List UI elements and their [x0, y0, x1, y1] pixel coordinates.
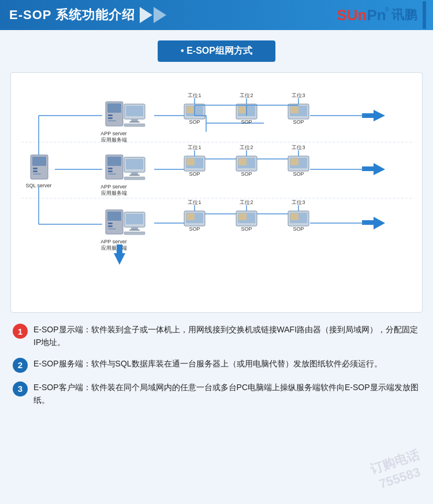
svg-rect-89	[108, 225, 113, 227]
watermark: 订购电话 755583	[368, 447, 426, 494]
svg-rect-88	[108, 223, 113, 224]
svg-text:APP server: APP server	[100, 239, 126, 244]
svg-rect-114	[238, 213, 247, 220]
app-server-row2: APP server 应用服务端	[100, 155, 145, 196]
page-header: E-SOP 系统功能介绍 SUnPn ® 讯鹏	[0, 0, 433, 30]
app-server-row1-label2: 应用服务端	[101, 137, 127, 143]
svg-rect-43	[33, 168, 38, 169]
svg-rect-90	[108, 228, 116, 229]
sql-server: SQL server	[25, 155, 51, 188]
info-item-3: 3 E-SOP客户端：软件装在同个局域网内的任意一台或多台PC电脑端上操纵服务端…	[13, 381, 420, 407]
logo-p: P	[367, 6, 376, 24]
ws2-row2: 工位2 SOP	[236, 144, 257, 177]
arrow-right-row3	[374, 217, 385, 229]
svg-rect-80	[290, 158, 298, 165]
info-item-1: 1 E-SOP显示端：软件装到盒子或一体机上，用网线接到交换机或链接WAFI路由…	[13, 323, 420, 349]
svg-rect-51	[108, 173, 116, 175]
svg-text:工位3: 工位3	[292, 144, 305, 150]
svg-rect-44	[33, 171, 38, 172]
svg-rect-93	[131, 227, 138, 229]
info-section: 1 E-SOP显示端：软件装到盒子或一体机上，用网线接到交换机或链接WAFI路由…	[10, 323, 423, 407]
app-server-row3: APP server 应用服务端	[100, 210, 145, 251]
section-title-box: E-SOP组网方式	[158, 40, 275, 62]
svg-text:APP server: APP server	[100, 184, 126, 190]
network-svg: APP server 应用服务端 工位1 SOP	[16, 80, 420, 305]
svg-rect-45	[33, 173, 41, 175]
logo-n: n	[358, 6, 367, 24]
svg-text:SOP: SOP	[241, 171, 252, 177]
svg-rect-30	[290, 106, 298, 113]
svg-rect-56	[124, 177, 145, 180]
arrow-right-row1	[374, 110, 385, 121]
info-num-1: 1	[13, 324, 28, 339]
app-server-row1: APP server 应用服务端	[100, 102, 145, 143]
svg-text:SOP: SOP	[241, 119, 252, 125]
logo-bar-divider	[423, 1, 426, 29]
logo-xunpeng: 讯鹏	[391, 6, 417, 24]
svg-text:工位1: 工位1	[188, 92, 201, 98]
svg-rect-108	[186, 213, 195, 220]
svg-text:工位2: 工位2	[240, 199, 253, 205]
svg-rect-4	[108, 120, 116, 121]
svg-rect-54	[131, 172, 138, 175]
svg-rect-3	[108, 117, 113, 119]
svg-text:工位1: 工位1	[188, 199, 201, 205]
svg-rect-82	[362, 166, 375, 171]
info-item-2: 2 E-SOP服务端：软件与SQL数据库装在通一台服务器上（或用电脑代替）发放图…	[13, 357, 420, 373]
svg-rect-98	[117, 244, 122, 255]
svg-rect-18	[186, 106, 195, 113]
svg-text:工位2: 工位2	[240, 144, 253, 150]
svg-rect-6	[126, 106, 143, 116]
svg-rect-8	[129, 121, 140, 123]
svg-rect-48	[107, 157, 121, 166]
svg-rect-94	[129, 229, 140, 231]
ws3-row2: 工位3 SOP	[288, 144, 309, 177]
logo-s: S	[337, 6, 346, 24]
svg-rect-53	[126, 159, 143, 169]
ws1-row3: 工位1 SOP	[184, 199, 205, 232]
network-diagram: APP server 应用服务端 工位1 SOP	[10, 72, 423, 313]
info-text-3: E-SOP客户端：软件装在同个局域网内的任意一台或多台PC电脑端上操纵服务端软件…	[33, 381, 420, 407]
ws3-row3: 工位3 SOP	[288, 199, 309, 232]
ws2-row3: 工位2 SOP	[236, 199, 257, 232]
svg-rect-74	[238, 158, 247, 165]
svg-rect-38	[362, 113, 375, 118]
svg-rect-122	[362, 220, 375, 225]
chevron-right-icon-2	[154, 7, 166, 23]
svg-text:SOP: SOP	[189, 119, 200, 125]
svg-text:SOP: SOP	[293, 171, 304, 177]
svg-rect-55	[129, 175, 140, 176]
svg-text:SOP: SOP	[241, 226, 252, 232]
svg-rect-24	[238, 106, 247, 113]
brand-logo: SUnPn ®	[337, 6, 389, 24]
info-text-1: E-SOP显示端：软件装到盒子或一体机上，用网线接到交换机或链接WAFI路由器（…	[33, 323, 420, 349]
chevron-right-icon	[140, 7, 152, 23]
svg-rect-2	[108, 114, 113, 116]
svg-rect-1	[107, 103, 121, 113]
svg-text:SOP: SOP	[293, 119, 304, 125]
svg-text:工位3: 工位3	[292, 199, 305, 205]
svg-rect-87	[107, 212, 121, 221]
svg-text:应用服务端: 应用服务端	[101, 245, 127, 251]
svg-rect-92	[126, 214, 143, 224]
svg-rect-68	[186, 158, 195, 165]
app-server-row1-label1: APP server	[100, 131, 126, 136]
svg-rect-50	[108, 171, 113, 172]
svg-rect-120	[290, 213, 298, 220]
svg-text:工位1: 工位1	[188, 144, 201, 150]
logo-area: SUnPn ® 讯鹏	[337, 1, 426, 29]
ws1-row2: 工位1 SOP	[184, 144, 205, 177]
ws3-row1: 工位3 SOP	[288, 92, 309, 125]
svg-text:应用服务端: 应用服务端	[101, 190, 127, 196]
svg-rect-7	[131, 119, 138, 121]
svg-rect-9	[124, 124, 145, 127]
svg-text:SOP: SOP	[189, 171, 200, 177]
svg-rect-95	[124, 232, 145, 235]
svg-rect-42	[32, 157, 46, 166]
registered-mark: ®	[385, 6, 389, 13]
svg-text:SOP: SOP	[293, 226, 304, 232]
svg-text:工位2: 工位2	[240, 92, 253, 98]
info-text-2: E-SOP服务端：软件与SQL数据库装在通一台服务器上（或用电脑代替）发放图纸软…	[33, 357, 420, 370]
main-content: E-SOP组网方式	[0, 30, 433, 504]
svg-text:工位3: 工位3	[292, 92, 305, 98]
